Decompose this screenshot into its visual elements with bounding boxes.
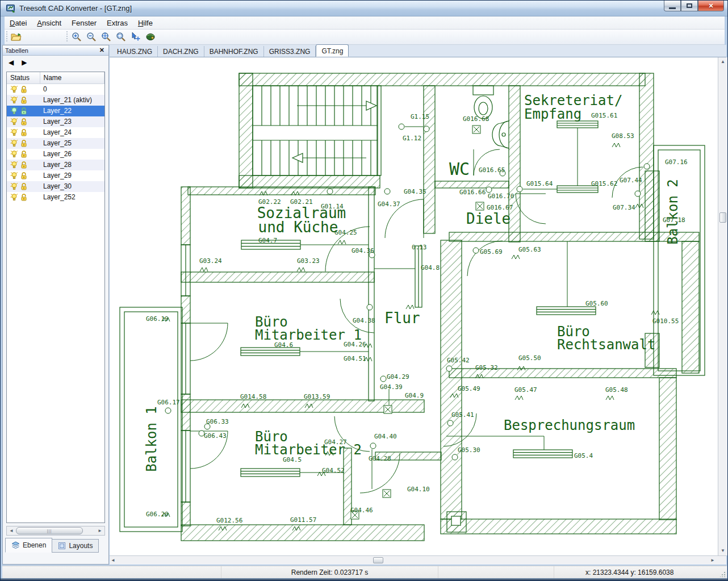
zoom-out-button[interactable] [84,31,99,44]
layer-row-Layer_22[interactable]: Layer_22 [7,106,104,116]
layer-visible-icon [10,182,18,190]
column-name[interactable]: Name [40,72,104,83]
menu-item-datei[interactable]: Datei [5,18,32,28]
layer-row-Layer_252[interactable]: Layer_252 [7,192,104,203]
scroll-left-icon[interactable]: ◄ [7,528,16,533]
toolbar-separator [66,31,68,43]
scroll-up-icon[interactable]: ▲ [718,57,727,66]
svg-text:G016.70: G016.70 [488,193,514,200]
zoom-window-button[interactable] [114,31,128,44]
svg-text:Mitarbeiter 1: Mitarbeiter 1 [255,327,362,343]
svg-text:G04.46: G04.46 [350,507,373,514]
layer-lock-icon [20,128,28,136]
svg-text:G06.43: G06.43 [204,432,227,440]
scroll-right-icon[interactable]: ► [710,558,715,563]
svg-text:Rechtsanwalt: Rechtsanwalt [557,337,655,353]
svg-text:G015.64: G015.64 [526,180,553,187]
menu-item-extras[interactable]: Extras [102,18,133,28]
layer-row-Layer_21[interactable]: Layer_21 (aktiv) [7,95,104,106]
scroll-right-icon[interactable]: ► [95,528,104,533]
menu-item-fenster[interactable]: Fenster [66,18,102,28]
svg-text:G05.47: G05.47 [514,386,537,394]
svg-text:G04.36: G04.36 [352,247,374,254]
svg-text:G04.40: G04.40 [374,433,397,440]
document-tab-haus.zng[interactable]: HAUS.ZNG [112,46,158,57]
zoom-in-icon [72,32,82,42]
svg-text:G1.15: G1.15 [411,113,429,120]
svg-text:G013.59: G013.59 [304,393,330,400]
panel-horizontal-scrollbar[interactable]: ◄ ||| ► [6,526,105,536]
scroll-thumb[interactable]: ||| [16,527,83,534]
render-settings-button[interactable] [143,31,158,44]
document-tab-griss3.zng[interactable]: GRISS3.ZNG [264,46,316,57]
status-bar: Rendern Zeit: 0.023717 s x: 21323.4344 y… [2,566,727,578]
maximize-button[interactable] [681,1,698,11]
tables-panel: Tabellen ✕ ◀ ▶ Status Name 0Layer_21 (ak… [2,45,109,565]
nav-back-icon[interactable]: ◀ [9,58,14,66]
menu-item-ansicht[interactable]: Ansicht [32,18,66,28]
svg-text:G05.60: G05.60 [585,300,608,307]
svg-text:Besprechungsraum: Besprechungsraum [504,417,635,433]
svg-text:G06.17: G06.17 [157,399,180,406]
layer-lock-icon [20,193,28,201]
layer-list: Status Name 0Layer_21 (aktiv)Layer_22Lay… [6,72,105,523]
layer-row-Layer_25[interactable]: Layer_25 [7,138,104,149]
svg-text:G05.50: G05.50 [518,354,541,362]
svg-text:G06.33: G06.33 [206,418,229,425]
title-bar[interactable]: Treesoft CAD Konverter - [GT.zng] ✕ [1,1,728,16]
svg-text:G04.28: G04.28 [369,455,391,462]
svg-text:G05.49: G05.49 [458,385,480,392]
svg-text:G04.9: G04.9 [405,392,424,399]
document-tab-gt.zng[interactable]: GT.zng [316,44,349,57]
scroll-left-icon[interactable]: ◄ [111,558,115,563]
svg-text:G05.69: G05.69 [480,248,503,256]
panel-tab-ebenen[interactable]: Ebenen [5,538,52,553]
pan-button[interactable] [128,31,143,44]
layer-row-0[interactable]: 0 [7,83,104,95]
canvas-vertical-scrollbar[interactable]: ▲ ▼ [718,57,727,555]
layer-visible-icon [10,118,18,126]
panel-tab-layouts[interactable]: Layouts [52,539,99,553]
svg-text:G07.34: G07.34 [613,204,635,211]
scroll-thumb[interactable] [373,557,383,563]
layer-row-Layer_26[interactable]: Layer_26 [7,149,104,160]
close-button[interactable]: ✕ [698,1,724,11]
svg-text:G016.65: G016.65 [479,166,505,174]
layer-row-Layer_23[interactable]: Layer_23 [7,116,104,127]
app-icon [6,4,16,13]
panel-title: Tabellen [5,47,28,54]
zoom-fit-button[interactable] [99,31,114,44]
layer-visible-icon [10,128,18,136]
layer-row-Layer_28[interactable]: Layer_28 [7,160,104,170]
zoom-in-button[interactable] [69,31,84,44]
svg-text:G04.52: G04.52 [322,467,345,474]
scroll-thumb[interactable] [719,212,726,223]
svg-text:G04.38: G04.38 [353,317,375,324]
canvas-horizontal-scrollbar[interactable]: ◄ ► [110,555,726,565]
svg-text:G015.61: G015.61 [591,112,617,119]
menu-item-hilfe[interactable]: Hilfe [133,18,158,28]
toolbar [5,30,725,45]
panel-close-icon[interactable]: ✕ [98,47,106,54]
layer-row-Layer_29[interactable]: Layer_29 [7,170,104,181]
layer-lock-icon [20,161,28,169]
document-tab-bahnhof.zng[interactable]: BAHNHOF.ZNG [204,46,264,57]
document-tab-dach.zng[interactable]: DACH.ZNG [158,46,204,57]
zoom-window-icon [116,32,126,42]
svg-text:G012.56: G012.56 [216,517,242,524]
layer-row-Layer_24[interactable]: Layer_24 [7,127,104,138]
cursor-coordinates: x: 21323.4344 y: 16159.6038 [585,569,673,576]
column-status[interactable]: Status [7,72,40,83]
open-file-button[interactable] [9,31,24,44]
scroll-down-icon[interactable]: ▼ [718,546,727,555]
layer-row-Layer_30[interactable]: Layer_30 [7,181,104,192]
resize-grip[interactable] [718,566,727,578]
layer-visible-icon [10,193,18,201]
svg-text:G03.23: G03.23 [297,257,320,265]
drawing-canvas[interactable]: G1.15G1.12G016.68G02.22G02.21G01.14G04.3… [110,57,726,555]
nav-forward-icon[interactable]: ▶ [22,58,27,66]
layer-lock-icon [20,118,28,126]
layer-lock-icon [20,85,28,93]
menu-bar: DateiAnsichtFensterExtrasHilfe [5,16,725,30]
minimize-button[interactable] [664,1,681,11]
